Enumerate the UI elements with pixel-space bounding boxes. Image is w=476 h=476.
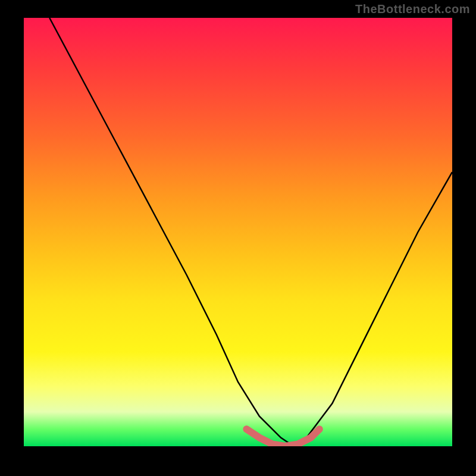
bottleneck-curve — [49, 18, 452, 446]
chart-frame: TheBottleneck.com — [0, 0, 476, 476]
watermark-text: TheBottleneck.com — [355, 2, 470, 16]
chart-svg — [24, 18, 452, 446]
optimal-range-marker — [246, 429, 319, 446]
